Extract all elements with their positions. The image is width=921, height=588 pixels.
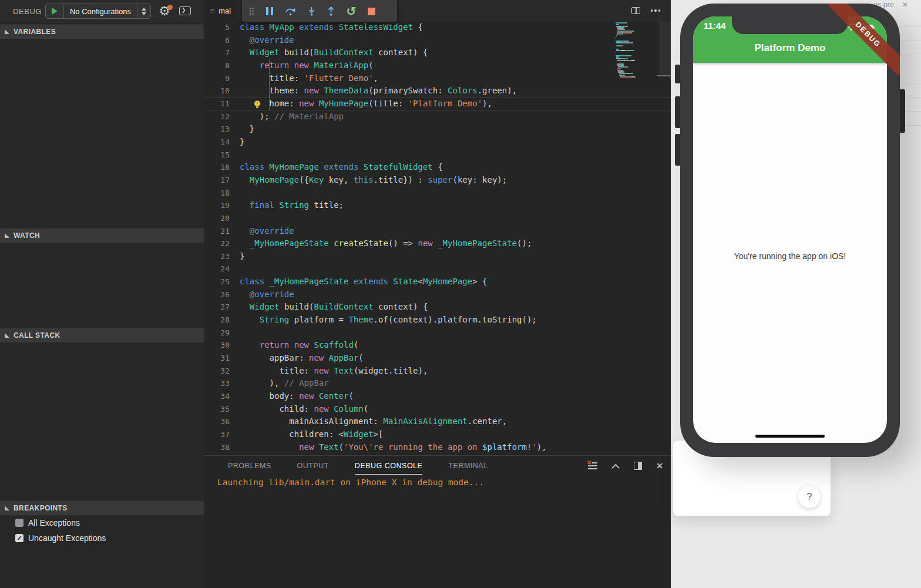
code-line[interactable]: 38 new Text('You\'re running the app on … [204, 441, 671, 454]
line-number[interactable]: 7 [204, 46, 240, 59]
code-line[interactable]: 6 @override [204, 34, 671, 47]
step-over-icon[interactable] [285, 6, 296, 16]
breakpoint-uncaught-exceptions[interactable]: ✓ Uncaught Exceptions [15, 533, 106, 543]
code-line[interactable]: 8 return new MaterialApp( [204, 59, 671, 72]
more-actions-icon[interactable] [651, 9, 661, 12]
lightbulb-icon[interactable] [253, 100, 261, 112]
code-line[interactable]: 31 appBar: new AppBar( [204, 352, 671, 365]
line-number[interactable]: 28 [204, 314, 240, 327]
code-line[interactable]: 29 [204, 327, 671, 340]
code-line[interactable]: 13 } [204, 123, 671, 136]
line-number[interactable]: 33 [204, 377, 240, 390]
line-number[interactable]: 26 [204, 288, 240, 301]
start-debug-button[interactable] [46, 4, 64, 18]
code-line[interactable]: 10 theme: new ThemeData(primarySwatch: C… [204, 85, 671, 98]
line-number[interactable]: 36 [204, 415, 240, 428]
configuration-stepper[interactable] [137, 4, 150, 18]
line-number[interactable]: 10 [204, 85, 240, 98]
line-number[interactable]: 14 [204, 136, 240, 149]
tab-problems[interactable]: PROBLEMS [228, 462, 271, 470]
line-number[interactable]: 16 [204, 161, 240, 174]
scrollbar-thumb[interactable] [659, 21, 671, 75]
tab-output[interactable]: OUTPUT [297, 462, 328, 470]
line-number[interactable]: 15 [204, 149, 240, 162]
restart-icon[interactable]: ↺ [347, 6, 357, 16]
checkbox-checked[interactable]: ✓ [15, 534, 23, 542]
line-number[interactable]: 30 [204, 339, 240, 352]
code-line[interactable]: 26 @override [204, 288, 671, 301]
line-number[interactable]: 27 [204, 301, 240, 314]
code-line[interactable]: 32 title: new Text(widget.title), [204, 365, 671, 378]
home-indicator[interactable] [755, 435, 825, 438]
line-number[interactable]: 13 [204, 123, 240, 136]
code-line[interactable]: 22 _MyHomePageState createState() => new… [204, 237, 671, 250]
clear-console-icon[interactable]: ✕ [588, 462, 597, 470]
line-number[interactable]: 6 [204, 34, 240, 47]
open-debug-console-icon[interactable]: ❯ [179, 6, 191, 15]
code-line[interactable]: 20 [204, 212, 671, 225]
close-panel-icon[interactable]: ✕ [656, 461, 663, 471]
code-line[interactable]: 24 [204, 263, 671, 275]
code-line[interactable]: 19 final String title; [204, 199, 671, 212]
code-line[interactable]: 9 title: 'Flutter Demo', [204, 72, 671, 85]
line-number[interactable]: 32 [204, 365, 240, 378]
line-number[interactable]: 5 [204, 21, 240, 34]
code-line[interactable]: 17 MyHomePage({Key key, this.title}) : s… [204, 174, 671, 187]
line-number[interactable]: 25 [204, 275, 240, 288]
tab-terminal[interactable]: TERMINAL [448, 462, 488, 470]
code-line[interactable]: 23} [204, 250, 671, 263]
line-number[interactable]: 21 [204, 225, 240, 238]
drag-handle-icon[interactable] [249, 7, 254, 16]
code-line[interactable]: 37 children: <Widget>[ [204, 428, 671, 441]
line-number[interactable]: 34 [204, 390, 240, 403]
code-line[interactable]: 15 [204, 149, 671, 162]
line-number[interactable]: 19 [204, 199, 240, 212]
code-line[interactable]: 34 body: new Center( [204, 390, 671, 403]
code-line[interactable]: 7 Widget build(BuildContext context) { [204, 46, 671, 59]
line-number[interactable]: 35 [204, 403, 240, 416]
code-line[interactable]: 11 home: new MyHomePage(title: 'Platform… [204, 98, 671, 110]
line-number[interactable]: 24 [204, 263, 240, 275]
code-line[interactable]: 36 mainAxisAlignment: MainAxisAlignment.… [204, 415, 671, 428]
code-line[interactable]: 28 String platform = Theme.of(context).p… [204, 314, 671, 327]
line-number[interactable]: 18 [204, 187, 240, 200]
step-into-icon[interactable] [308, 6, 315, 16]
tab-main-dart[interactable]: ≡ mai [204, 0, 237, 21]
minimap[interactable] [616, 22, 659, 78]
line-number[interactable]: 9 [204, 72, 240, 85]
code-line[interactable]: 27 Widget build(BuildContext context) { [204, 301, 671, 314]
toggle-panel-layout-icon[interactable] [634, 462, 642, 470]
line-number[interactable]: 31 [204, 352, 240, 365]
code-line[interactable]: 18 [204, 187, 671, 200]
stop-icon[interactable] [368, 8, 375, 15]
code-line[interactable]: 35 child: new Column( [204, 403, 671, 416]
code-line[interactable]: 21 @override [204, 225, 671, 238]
line-number[interactable]: 38 [204, 441, 240, 454]
code-line[interactable]: 14} [204, 136, 671, 149]
breakpoint-all-exceptions[interactable]: All Exceptions [15, 518, 80, 528]
section-watch[interactable]: WATCH [0, 228, 204, 243]
step-out-icon[interactable] [327, 6, 335, 16]
line-number[interactable]: 12 [204, 110, 240, 123]
checkbox-unchecked[interactable] [15, 519, 23, 527]
configuration-dropdown[interactable]: No Configurations [64, 4, 137, 18]
pause-icon[interactable] [266, 7, 273, 15]
code-line[interactable]: 5class MyApp extends StatelessWidget { [204, 21, 671, 34]
tab-debug-console[interactable]: DEBUG CONSOLE [355, 462, 423, 470]
help-button[interactable]: ? [798, 486, 821, 508]
code-line[interactable]: 30 return new Scaffold( [204, 339, 671, 352]
line-number[interactable]: 8 [204, 59, 240, 72]
maximize-panel-chevron-icon[interactable] [611, 461, 620, 471]
section-breakpoints[interactable]: BREAKPOINTS [0, 500, 204, 515]
split-editor-icon[interactable] [631, 7, 640, 14]
section-call-stack[interactable]: CALL STACK [0, 328, 204, 342]
line-number[interactable]: 17 [204, 174, 240, 187]
code-line[interactable]: 25class _MyHomePageState extends State<M… [204, 275, 671, 288]
line-number[interactable]: 11 [204, 98, 240, 110]
code-line[interactable]: 12 ); // MaterialApp [204, 110, 671, 123]
section-variables[interactable]: VARIABLES [0, 24, 204, 39]
line-number[interactable]: 22 [204, 237, 240, 250]
code-line[interactable]: 16class MyHomePage extends StatefulWidge… [204, 161, 671, 174]
line-number[interactable]: 29 [204, 327, 240, 340]
code-line[interactable]: 33 ), // AppBar [204, 377, 671, 390]
